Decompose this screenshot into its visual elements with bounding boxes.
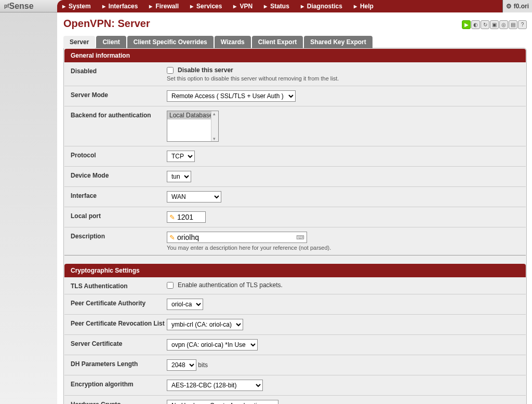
select-server-cert[interactable]: ovpn (CA: oriol-ca) *In Use <box>167 339 258 351</box>
keyboard-icon: ⌨ <box>296 234 304 241</box>
service-icon-5[interactable]: ▤ <box>509 20 517 29</box>
label-backend-auth: Backend for authentication <box>71 111 167 119</box>
label-device-mode: Device Mode <box>71 171 167 179</box>
nav-interfaces[interactable]: Interfaces <box>102 3 150 10</box>
nav-help[interactable]: Help <box>354 3 385 10</box>
nav-services[interactable]: Services <box>190 3 233 10</box>
tab-client[interactable]: Client <box>96 36 126 48</box>
listbox-backend-auth[interactable]: Local Database <box>167 111 219 142</box>
form-panel: General information Disabled Disable thi… <box>63 48 527 404</box>
label-hw-crypto: Hardware Crypto <box>71 400 167 404</box>
service-start-icon[interactable]: ▶ <box>462 20 471 29</box>
hostname-tab[interactable]: ⚙f0.ori <box>502 0 532 12</box>
label-protocol: Protocol <box>71 151 167 159</box>
nav-system[interactable]: System <box>62 3 102 10</box>
select-dh-len[interactable]: 2048 <box>167 359 196 371</box>
input-description[interactable] <box>177 233 296 241</box>
select-protocol[interactable]: TCP <box>167 151 195 162</box>
main-nav: System Interfaces Firewall Services VPN … <box>57 0 502 12</box>
label-description: Description <box>71 232 167 240</box>
select-hw-crypto[interactable]: No Hardware Crypto Acceleration <box>167 400 278 404</box>
service-help-icon[interactable]: ? <box>518 20 527 29</box>
select-device-mode[interactable]: tun <box>167 171 191 182</box>
label-dh-len: DH Parameters Length <box>71 359 167 368</box>
label-interface: Interface <box>71 191 167 199</box>
label-peer-ca: Peer Certificate Authority <box>71 299 167 307</box>
nav-firewall[interactable]: Firewall <box>149 3 190 10</box>
listbox-scrollbar[interactable] <box>211 111 218 141</box>
tab-bar: Server Client Client Specific Overrides … <box>63 36 527 48</box>
dh-len-suffix: bits <box>198 361 208 369</box>
label-server-cert: Server Certificate <box>71 339 167 347</box>
select-enc-algo[interactable]: AES-128-CBC (128-bit) <box>167 380 263 391</box>
service-icon-1[interactable]: ◐ <box>471 20 480 29</box>
side-gradient <box>0 12 57 404</box>
nav-status[interactable]: Status <box>264 3 301 10</box>
service-icon-strip: ▶ ◐ ↻ ▣ ◎ ▤ ? <box>462 20 527 29</box>
checkbox-tls-auth-label: Enable authentication of TLS packets. <box>178 281 283 289</box>
nav-vpn[interactable]: VPN <box>233 3 264 10</box>
service-icon-3[interactable]: ▣ <box>490 20 499 29</box>
section-crypto-header: Cryptographic Settings <box>64 264 526 277</box>
checkbox-tls-auth[interactable] <box>167 282 174 289</box>
input-local-port[interactable] <box>177 213 203 221</box>
label-server-mode: Server Mode <box>71 90 167 99</box>
select-peer-crl[interactable]: ymbi-crl (CA: oriol-ca) <box>167 319 243 330</box>
service-icon-4[interactable]: ◎ <box>499 20 508 29</box>
checkbox-disable-server-label: Disable this server <box>178 66 233 74</box>
input-description-wrap: ✎ ⌨ <box>167 232 307 243</box>
label-disabled: Disabled <box>71 66 167 75</box>
tab-shared-key-export[interactable]: Shared Key Export <box>304 36 372 48</box>
page-title: OpenVPN: Server <box>63 16 150 34</box>
select-peer-ca[interactable]: oriol-ca <box>167 299 203 310</box>
plug-icon: ⚙ <box>506 3 512 10</box>
hint-disable-server: Set this option to disable this server w… <box>167 75 520 82</box>
label-local-port: Local port <box>71 211 167 220</box>
label-peer-crl: Peer Certificate Revocation List <box>71 319 167 327</box>
tab-client-export[interactable]: Client Export <box>252 36 303 48</box>
section-general-header: General information <box>64 49 526 62</box>
checkbox-disable-server[interactable] <box>167 67 174 74</box>
input-local-port-wrap: ✎ <box>167 211 206 223</box>
logo: pfSense <box>0 0 57 12</box>
pencil-icon: ✎ <box>169 234 175 241</box>
tab-cso[interactable]: Client Specific Overrides <box>127 36 214 48</box>
hint-description: You may enter a description here for you… <box>167 245 520 251</box>
tab-wizards[interactable]: Wizards <box>215 36 251 48</box>
pencil-icon: ✎ <box>169 213 175 221</box>
nav-diagnostics[interactable]: Diagnostics <box>301 3 354 10</box>
tab-server[interactable]: Server <box>63 36 95 48</box>
select-interface[interactable]: WAN <box>167 191 221 203</box>
label-enc-algo: Encryption algorithm <box>71 380 167 388</box>
select-server-mode[interactable]: Remote Access ( SSL/TLS + User Auth ) <box>167 90 296 102</box>
service-icon-2[interactable]: ↻ <box>481 20 489 29</box>
label-tls-auth: TLS Authentication <box>71 281 167 290</box>
